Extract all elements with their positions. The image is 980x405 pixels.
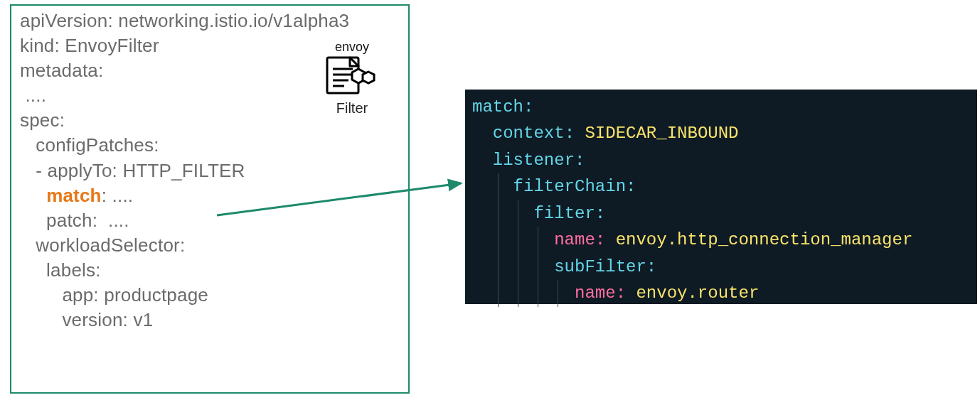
yaml-line: workloadSelector: <box>20 233 400 258</box>
code-panel: match: context: SIDECAR_INBOUND listener… <box>465 90 977 304</box>
document-icon <box>323 55 381 97</box>
yaml-line: patch: .... <box>20 208 400 233</box>
badge-caption: Filter <box>336 100 368 117</box>
yaml-line: version: v1 <box>20 308 400 333</box>
code-line: name: envoy.http_connection_manager <box>472 227 971 253</box>
yaml-line: configPatches: <box>20 133 400 158</box>
code-line: subFilter: <box>472 254 971 280</box>
yaml-config-box: apiVersion: networking.istio.io/v1alpha3… <box>10 4 410 394</box>
yaml-match-rest: : .... <box>102 185 134 206</box>
yaml-match-key: match <box>46 185 102 206</box>
code-line: match: <box>472 94 971 120</box>
code-line: listener: <box>472 147 971 173</box>
code-line: context: SIDECAR_INBOUND <box>472 120 971 146</box>
badge-title: envoy <box>335 40 369 55</box>
envoy-filter-badge: envoy Filter <box>303 34 401 122</box>
svg-marker-6 <box>363 72 374 83</box>
code-line: filter: <box>472 200 971 227</box>
code-line: name: envoy.router <box>472 280 971 306</box>
yaml-line-match: match: .... <box>20 183 400 208</box>
yaml-line: - applyTo: HTTP_FILTER <box>20 158 400 183</box>
yaml-line: labels: <box>20 258 400 283</box>
yaml-line: apiVersion: networking.istio.io/v1alpha3 <box>20 9 400 33</box>
code-line: filterChain: <box>472 173 971 200</box>
yaml-line: app: productpage <box>20 283 400 308</box>
